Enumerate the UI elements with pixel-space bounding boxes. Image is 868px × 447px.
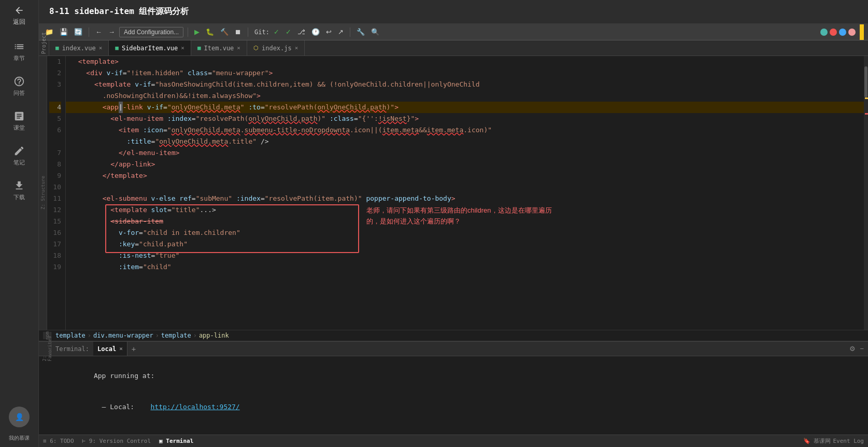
scrollbar-thumb[interactable] xyxy=(864,66,867,97)
build-btn[interactable]: 🔨 xyxy=(218,27,231,37)
terminal-line-2: – Local: http://localhost:9527/ xyxy=(45,392,862,423)
tab-vue-icon-1: ■ xyxy=(55,45,59,51)
save-btn[interactable]: 💾 xyxy=(58,27,70,37)
sidebar-item-qa[interactable]: 问答 xyxy=(0,72,38,101)
line-num-16: 16 xyxy=(49,227,61,239)
scroll-marker-1 xyxy=(865,97,868,99)
line-num-3: 3 xyxy=(49,79,61,90)
git-push[interactable]: ↗ xyxy=(336,27,346,37)
breadcrumb-item-3[interactable]: template xyxy=(161,332,191,339)
terminal-line-1: App running at: xyxy=(45,360,862,391)
terminal-minimize[interactable]: − xyxy=(860,345,864,353)
tab-index-js[interactable]: ⬡ index.js × xyxy=(247,40,305,55)
tab-label-2: SidebarItem.vue xyxy=(122,45,178,52)
tab-js-icon: ⬡ xyxy=(253,45,259,51)
git-history[interactable]: 🕐 xyxy=(309,27,322,37)
debug-btn[interactable]: 🐛 xyxy=(204,27,216,37)
search-btn[interactable]: 🔍 xyxy=(369,27,381,37)
code-line-7: </el-menu-item> xyxy=(66,147,864,159)
status-right: 🔖 慕课网 Event Log xyxy=(803,437,864,445)
line-num-1: 1 xyxy=(49,56,61,67)
terminal-area: 2: Favorites Terminal: Local × + ⚙ − xyxy=(39,341,868,435)
line-numbers: 1 2 3 4 5 6 7 8 9 10 11 12 15 16 17 xyxy=(47,56,66,330)
yellow-bar xyxy=(860,24,864,40)
line-num-6: 6 xyxy=(49,124,61,136)
code-scroll-area[interactable]: <template> <div v-if="!item.hidden" clas… xyxy=(66,56,864,330)
code-line-6: <item :icon="onlyOneChild.meta.submenu-t… xyxy=(66,124,864,136)
circle-red xyxy=(830,29,837,36)
git-check2[interactable]: ✓ xyxy=(283,27,293,37)
settings-btn[interactable]: 🔧 xyxy=(354,27,367,37)
qa-label: 问答 xyxy=(13,89,25,97)
tab-close-4[interactable]: × xyxy=(295,45,298,51)
back-button[interactable]: 返回 xyxy=(13,5,25,26)
line-num-4: 4 xyxy=(49,102,61,113)
classroom-label: 课堂 xyxy=(13,124,25,132)
git-branch[interactable]: ⎇ xyxy=(295,27,307,37)
status-version-control[interactable]: ⊢ 9: Version Control xyxy=(82,438,151,444)
sidebar-item-notes[interactable]: 笔记 xyxy=(0,141,38,171)
line-num-2: 2 xyxy=(49,67,61,79)
watermark-label: 🔖 慕课网 xyxy=(803,437,831,445)
breadcrumb-sep-1: › xyxy=(88,332,91,339)
tab-close-1[interactable]: × xyxy=(99,45,103,51)
sidebar-item-download[interactable]: 下载 xyxy=(0,176,38,205)
circle-pink xyxy=(848,29,856,36)
terminal-settings[interactable]: ⚙ xyxy=(849,345,856,353)
status-terminal[interactable]: ▣ Terminal xyxy=(159,438,193,444)
notes-label: 笔记 xyxy=(13,159,25,166)
tab-item-vue[interactable]: ■ Item.vue × xyxy=(191,40,247,55)
line-num-10: 10 xyxy=(49,181,61,193)
code-line-4: <app|-link v-if="onlyOneChild.meta" :to=… xyxy=(66,102,864,113)
breadcrumb-item-1[interactable]: template xyxy=(55,332,86,339)
sidebar-item-classroom[interactable]: 课堂 xyxy=(0,106,38,136)
local-url-link[interactable]: http://localhost:9527/ xyxy=(151,403,240,411)
stop-btn[interactable]: ⏹ xyxy=(233,27,244,37)
tab-vue-icon-2: ■ xyxy=(115,45,119,51)
line-num-19: 19 xyxy=(49,261,61,273)
fwd-nav-btn[interactable]: → xyxy=(106,27,117,37)
tab-index-vue[interactable]: ■ index.vue × xyxy=(49,40,109,55)
breadcrumb-item-2[interactable]: div.menu-wrapper xyxy=(93,332,153,339)
run-btn[interactable]: ▶ xyxy=(192,27,202,37)
code-line-3b: .noShowingChildren)&&!item.alwaysShow"> xyxy=(66,90,864,102)
tab-close-3[interactable]: × xyxy=(237,45,240,51)
tab-label-1: index.vue xyxy=(62,45,96,52)
code-line-1: <template> xyxy=(66,56,864,67)
terminal-tab-local[interactable]: Local × xyxy=(93,342,127,356)
line-num-7: 7 xyxy=(49,147,61,159)
breadcrumb-item-4[interactable]: app-link xyxy=(199,332,229,339)
project-panel: 1: Project xyxy=(39,40,49,55)
code-line-2: <div v-if="!item.hidden" class="menu-wra… xyxy=(66,67,864,79)
code-line-18: :is-nest="true" xyxy=(66,250,864,261)
git-revert[interactable]: ↩ xyxy=(324,27,334,37)
add-config-btn[interactable]: Add Configuration... xyxy=(119,27,183,37)
download-label: 下载 xyxy=(13,193,25,201)
user-avatar[interactable]: 👤 xyxy=(9,407,30,427)
sidebar-item-chapters[interactable]: 章节 xyxy=(0,37,38,66)
code-line-19: :item="child" xyxy=(66,261,864,273)
editor-body: Z: Structure 1 2 3 4 5 6 7 8 9 10 11 xyxy=(39,56,868,330)
tab-local-close[interactable]: × xyxy=(119,345,123,352)
my-course-label: 我的慕课 xyxy=(9,435,30,442)
status-event-log[interactable]: Event Log xyxy=(833,438,864,444)
vertical-scrollbar[interactable] xyxy=(864,56,868,330)
back-nav-btn[interactable]: ← xyxy=(93,27,104,37)
code-line-10 xyxy=(66,181,864,193)
scroll-marker-2 xyxy=(865,113,868,115)
tab-vue-icon-3: ■ xyxy=(197,45,201,51)
git-check1[interactable]: ✓ xyxy=(272,27,281,37)
chapters-label: 章节 xyxy=(13,54,25,62)
refresh-btn[interactable]: 🔄 xyxy=(72,27,84,37)
terminal-tabs: 2: Favorites Terminal: Local × + ⚙ − xyxy=(39,342,868,356)
tab-sidebaritem-vue[interactable]: ■ SidebarItem.vue × xyxy=(109,40,191,55)
line-num-17: 17 xyxy=(49,239,61,250)
toolbar-sep2 xyxy=(188,27,188,37)
tab-close-2[interactable]: × xyxy=(181,45,184,51)
code-line-5: <el-menu-item :index="resolvePath(onlyOn… xyxy=(66,113,864,124)
page-title: 8-11 sidebar-item 组件源码分析 xyxy=(49,6,189,17)
breadcrumb-bar: npm template › div.menu-wrapper › templa… xyxy=(39,330,868,341)
terminal-add-btn[interactable]: + xyxy=(132,345,136,353)
ide-tabs: 1: Project ■ index.vue × ■ SidebarItem.v… xyxy=(39,40,868,56)
status-todo[interactable]: ≡ 6: TODO xyxy=(43,438,74,444)
